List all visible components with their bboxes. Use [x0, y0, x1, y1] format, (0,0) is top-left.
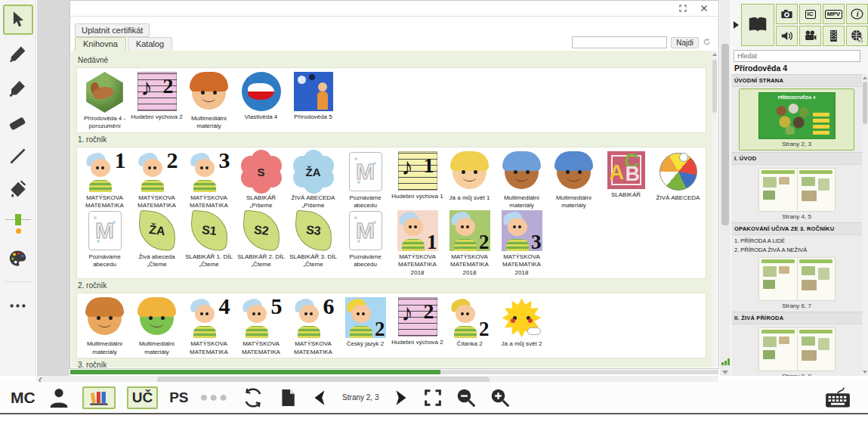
library-books-button[interactable]: [82, 386, 116, 409]
page-thumbnail[interactable]: Strany 6, 7: [742, 254, 851, 312]
fullscreen-page-icon[interactable]: [422, 387, 443, 408]
drawing-toolbar: [0, 0, 36, 376]
book-item[interactable]: SSLABIKÁŘ „Píšeme: [235, 151, 287, 210]
line-tool[interactable]: [3, 141, 33, 171]
book-item[interactable]: MPoznáváme abecedu: [339, 210, 391, 277]
scrollbar-thumb[interactable]: [721, 44, 729, 225]
book-item[interactable]: ♪2Hudební výchova 2: [391, 297, 443, 356]
web-globe-icon[interactable]: [846, 26, 868, 46]
book-item[interactable]: ŽAŽivá abeceda „Čteme: [131, 210, 183, 277]
book-item[interactable]: Multimediální materiály: [548, 151, 600, 210]
book-item[interactable]: 2MATÝSKOVA MATEMATIKA: [131, 151, 183, 210]
outline-topic-item[interactable]: 1. PŘÍRODA A LIDÉ: [731, 235, 862, 245]
book-item[interactable]: Já a můj svět 1: [443, 151, 496, 210]
scroll-down-arrow[interactable]: [722, 371, 728, 374]
ps-workbook-button[interactable]: PS: [169, 389, 188, 406]
page-thumbnail[interactable]: Strany 8, 9: [742, 324, 851, 376]
book-item[interactable]: Multimediální materiály: [131, 297, 183, 356]
library-vertical-scrollbar[interactable]: [712, 51, 718, 368]
eraser-tool[interactable]: [3, 107, 33, 137]
book-item[interactable]: MPoznáváme abecedu: [339, 151, 391, 210]
ic-icon[interactable]: IC: [799, 4, 821, 24]
fullscreen-icon[interactable]: [675, 2, 691, 14]
book-item[interactable]: 3MATÝSKOVA MATEMATIKA 2018: [496, 210, 548, 277]
green-scroll-thumb[interactable]: [70, 370, 440, 374]
book-item[interactable]: Přírodověda 4 - porozumění: [79, 72, 131, 131]
book-item[interactable]: 5MATÝSKOVA MATEMATIKA: [235, 297, 287, 356]
keyboard-icon[interactable]: [823, 385, 853, 411]
book-item[interactable]: S3SLABIKÁŘ 3. DÍL „Čteme: [287, 210, 339, 277]
book-item[interactable]: Já a můj svět 2: [496, 297, 548, 356]
more-tools[interactable]: [3, 290, 33, 321]
tab-katalog[interactable]: Katalog: [128, 37, 172, 51]
find-button[interactable]: Najdi: [671, 37, 699, 48]
book-item[interactable]: ♪1Hudební výchova 1: [391, 151, 443, 210]
open-book-icon[interactable]: [741, 4, 774, 46]
book-item[interactable]: ŽAŽIVÁ ABECEDA „Píšeme: [287, 151, 339, 210]
page-thumbnail[interactable]: Strany 4, 5: [742, 165, 851, 222]
refresh-search-icon[interactable]: [703, 36, 711, 49]
scrollbar-thumb[interactable]: [712, 60, 717, 113]
camera-icon[interactable]: [776, 4, 798, 24]
next-page-icon[interactable]: [391, 388, 411, 408]
book-item[interactable]: 2MATÝSKOVA MATEMATIKA 2018: [443, 210, 496, 277]
outline-chapter-header[interactable]: II. ŽIVÁ PŘÍRODA: [731, 312, 862, 324]
book-item[interactable]: Vlastivěda 4: [235, 72, 287, 131]
scroll-up-arrow[interactable]: [712, 53, 717, 56]
library-horizontal-scrollbar[interactable]: [70, 370, 718, 374]
book-item[interactable]: 6MATÝSKOVA MATEMATIKA: [287, 297, 339, 356]
pen-tool[interactable]: [3, 39, 33, 69]
sidebar-search-input[interactable]: [734, 50, 860, 62]
audio-icon[interactable]: [776, 26, 798, 46]
uc-textbook-button[interactable]: UČ: [127, 386, 158, 409]
redeem-certificate-button[interactable]: Uplatnit certifikát: [75, 23, 150, 37]
video-camera-icon[interactable]: [799, 26, 821, 46]
info-icon[interactable]: i: [846, 4, 868, 24]
book-item[interactable]: Přírodověda 5: [287, 72, 339, 131]
book-item[interactable]: 2Čítanka 2: [443, 297, 496, 356]
user-icon[interactable]: [47, 386, 71, 410]
expander-arrow-icon[interactable]: [734, 21, 739, 29]
close-icon[interactable]: [696, 2, 712, 14]
tab-knihovna[interactable]: Knihovna: [75, 37, 126, 51]
book-item[interactable]: 1MATÝSKOVA MATEMATIKA 2018: [391, 210, 443, 277]
scroll-down-arrow[interactable]: [863, 371, 867, 374]
book-item[interactable]: ŽIVÁ ABECEDA: [652, 151, 704, 210]
zoom-in-icon[interactable]: [489, 386, 511, 409]
select-tool[interactable]: [3, 5, 33, 35]
book-item[interactable]: MPoznáváme abecedu: [79, 210, 131, 277]
zoom-out-icon[interactable]: [455, 386, 477, 409]
mc-button[interactable]: MC: [11, 389, 36, 407]
fill-tool[interactable]: [3, 175, 33, 205]
book-item[interactable]: 2Český jazyk 2: [339, 297, 391, 356]
book-item[interactable]: Multimediální materiály: [79, 297, 131, 356]
book-item[interactable]: Multimediální materiály: [496, 151, 548, 210]
outline-chapter-header[interactable]: I. ÚVOD: [731, 152, 862, 165]
book-item[interactable]: S2SLABIKÁŘ 2. DÍL „Čteme: [235, 210, 287, 277]
previous-page-icon[interactable]: [310, 388, 329, 408]
outline-topic-item[interactable]: 2. PŘÍRODA ŽIVÁ A NEŽIVÁ: [731, 245, 862, 255]
marker-tool[interactable]: [3, 73, 33, 103]
library-search-input[interactable]: [572, 36, 667, 48]
book-item[interactable]: S1SLABIKÁŘ 1. DÍL „Čteme: [183, 210, 235, 277]
scroll-up-arrow[interactable]: [863, 76, 867, 79]
book-item[interactable]: CABSLABIKÁŘ: [600, 151, 652, 210]
outline-scrollbar[interactable]: [862, 74, 868, 376]
book-item[interactable]: 1MATÝSKOVA MATEMATIKA: [79, 151, 131, 210]
sidebar-scrollbar[interactable]: [720, 0, 731, 376]
book-item[interactable]: Multimediální materiály: [183, 72, 235, 131]
book-item[interactable]: 4MATÝSKOVA MATEMATIKA: [183, 297, 235, 356]
outline-chapter-header[interactable]: OPAKOVÁNÍ UČIVA ZE 3. ROČNÍKU: [731, 222, 862, 235]
palette-tool[interactable]: [3, 243, 33, 273]
film-strip-icon[interactable]: [823, 26, 845, 46]
scrollbar-thumb[interactable]: [863, 82, 867, 124]
stroke-width-tool[interactable]: [3, 209, 33, 239]
outline-chapter-header[interactable]: ÚVODNÍ STRANA: [731, 74, 862, 87]
more-options-icon[interactable]: ●●●: [199, 389, 229, 405]
refresh-icon[interactable]: [240, 385, 266, 411]
mpv-icon[interactable]: MPV: [823, 4, 845, 24]
book-item[interactable]: ♪2Hudební výchova 2: [131, 72, 183, 131]
page-thumbnail[interactable]: PŘÍRODOVĚDA 4Strany 2, 3: [739, 88, 854, 150]
page-icon[interactable]: [277, 386, 298, 409]
book-item[interactable]: 3MATÝSKOVA MATEMATIKA: [183, 151, 235, 210]
